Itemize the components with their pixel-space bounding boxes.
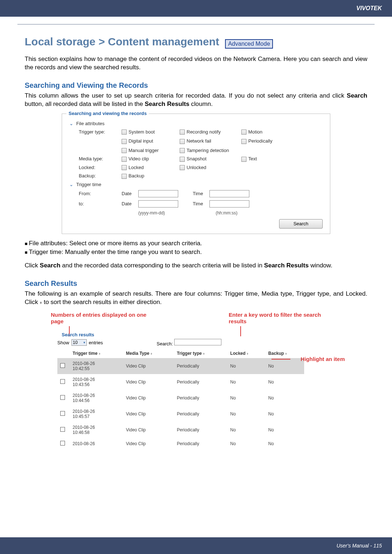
from-time-input[interactable] bbox=[209, 190, 249, 197]
checkbox-icon bbox=[241, 139, 246, 144]
callout-filter: Enter a key word to filter the search re… bbox=[229, 312, 330, 325]
cell-locked: No bbox=[227, 374, 265, 390]
search-button[interactable]: Search bbox=[279, 219, 323, 229]
file-attributes-toggle[interactable]: ⌄File attributes bbox=[69, 121, 323, 126]
trigger-type-row: Trigger type: System boot Digital input … bbox=[79, 129, 323, 153]
cell-media-type: Video Clip bbox=[123, 406, 174, 422]
checkbox-locked[interactable]: Locked bbox=[122, 165, 180, 171]
checkbox-videoclip[interactable]: Video clip bbox=[122, 156, 180, 162]
intro-text: This section explains how to manage the … bbox=[25, 55, 367, 72]
search-results-heading: Search Results bbox=[25, 279, 367, 288]
checkbox-tampering[interactable]: Tampering detection bbox=[180, 148, 241, 153]
to-time-input[interactable] bbox=[209, 200, 249, 208]
search-panel-body: ⌄File attributes Trigger type: System bo… bbox=[62, 121, 330, 234]
checkbox-text[interactable]: Text bbox=[241, 156, 289, 162]
search-results-text: The following is an example of search re… bbox=[25, 290, 367, 307]
cell-locked: No bbox=[227, 406, 265, 422]
cell-media-type: Video Clip bbox=[123, 422, 174, 438]
sort-icon: ♦ bbox=[285, 352, 287, 356]
cell-trigger-time: 2010-08-2610:44:56 bbox=[70, 390, 123, 406]
opt-label: Manual trigger bbox=[128, 148, 159, 153]
text-frag: cloumn. bbox=[189, 100, 213, 107]
checkbox-manual-trigger[interactable]: Manual trigger bbox=[122, 148, 180, 153]
checkbox-icon bbox=[122, 148, 127, 153]
page-number: User's Manual - 115 bbox=[336, 543, 382, 549]
table-header-row: Trigger time♦ Media Type♦ Trigger type♦ … bbox=[57, 349, 304, 358]
row-checkbox[interactable] bbox=[60, 395, 65, 400]
cell-trigger-type: Periodically bbox=[174, 422, 227, 438]
checkbox-icon bbox=[180, 165, 185, 170]
results-controls: Show 10 ▾ entries Search: bbox=[57, 339, 341, 346]
callout-row: Numbers of entries displayed on one page… bbox=[51, 312, 341, 325]
from-date-input[interactable] bbox=[138, 190, 178, 197]
cell-trigger-type: Periodically bbox=[174, 406, 227, 422]
search-panel-title: Searching and viewing the records bbox=[66, 111, 149, 116]
opt-label: Video clip bbox=[128, 156, 149, 161]
search-filter-input[interactable] bbox=[174, 339, 221, 345]
format-hint-row: (yyyy-mm-dd) (hh:mm:ss) bbox=[138, 210, 323, 216]
col-locked[interactable]: Locked♦ bbox=[227, 349, 265, 358]
table-row[interactable]: 2010-08-2610:43:56Video ClipPeriodically… bbox=[57, 374, 304, 390]
page-title: Local storage > Content management bbox=[25, 36, 219, 48]
cell-backup: No bbox=[265, 406, 304, 422]
opt-label: Digital input bbox=[128, 138, 153, 144]
checkbox-system-boot[interactable]: System boot bbox=[122, 129, 180, 135]
date-label: Date bbox=[122, 191, 138, 196]
checkbox-icon bbox=[122, 130, 127, 135]
opt-label: Periodically bbox=[248, 138, 272, 144]
callout-entries: Numbers of entries displayed on one page bbox=[51, 312, 152, 325]
checkbox-snapshot[interactable]: Snapshot bbox=[180, 156, 241, 162]
checkbox-recording-notify[interactable]: Recording notify bbox=[180, 129, 241, 135]
table-row[interactable]: 2010-08-2610:45:57Video ClipPeriodically… bbox=[57, 406, 304, 422]
searching-text: This column allows the user to set up se… bbox=[25, 92, 367, 108]
opt-label: Text bbox=[248, 156, 257, 161]
row-checkbox[interactable] bbox=[60, 411, 65, 416]
trigger-time-toggle[interactable]: ⌄Trigger time bbox=[69, 182, 323, 187]
cell-backup: No bbox=[265, 438, 304, 450]
trigger-opts-col3: Motion Periodically bbox=[241, 129, 289, 153]
cell-locked: No bbox=[227, 438, 265, 450]
checkbox-periodically[interactable]: Periodically bbox=[241, 138, 289, 144]
cell-locked: No bbox=[227, 422, 265, 438]
table-row[interactable]: 2010-08-2610:44:56Video ClipPeriodically… bbox=[57, 390, 304, 406]
chevrons-down-icon: ⌄ bbox=[69, 182, 73, 187]
col-media-type[interactable]: Media Type♦ bbox=[123, 349, 174, 358]
checkbox-network-fail[interactable]: Network fail bbox=[180, 138, 241, 144]
checkbox-unlocked[interactable]: Unlocked bbox=[180, 165, 241, 171]
trigger-time-label: Trigger time bbox=[76, 182, 101, 187]
trigger-type-label: Trigger type: bbox=[79, 129, 122, 153]
col-backup[interactable]: Backup♦ bbox=[265, 349, 304, 358]
trigger-opts-col2: Recording notify Network fail Tampering … bbox=[180, 129, 241, 153]
text-frag: Click bbox=[25, 262, 40, 269]
table-row[interactable]: 2010-08-2610:46:58Video ClipPeriodically… bbox=[57, 422, 304, 438]
text-frag-bold: Search bbox=[40, 262, 61, 269]
brand-label: VIVOTEK bbox=[356, 5, 382, 12]
searching-heading: Searching and Viewing the Records bbox=[25, 81, 367, 90]
table-row[interactable]: 2010-08-26Video ClipPeriodicallyNoNo bbox=[57, 438, 304, 450]
cell-backup: No bbox=[265, 358, 304, 374]
to-date-input[interactable] bbox=[138, 200, 178, 208]
row-checkbox[interactable] bbox=[60, 441, 65, 446]
cell-trigger-type: Periodically bbox=[174, 374, 227, 390]
col-trigger-time[interactable]: Trigger time♦ bbox=[70, 349, 123, 358]
row-checkbox[interactable] bbox=[60, 363, 65, 368]
col-trigger-type[interactable]: Trigger type♦ bbox=[174, 349, 227, 358]
text-frag: button, all recorded data will be listed… bbox=[25, 100, 145, 107]
to-row: to: Date Time bbox=[79, 200, 323, 208]
cell-media-type: Video Clip bbox=[123, 438, 174, 450]
cell-media-type: Video Clip bbox=[123, 358, 174, 374]
checkbox-digital-input[interactable]: Digital input bbox=[122, 138, 180, 144]
trigger-opts-col1: System boot Digital input Manual trigger bbox=[122, 129, 180, 153]
sort-icon: ♦ bbox=[203, 352, 205, 356]
opt-label: Motion bbox=[248, 129, 262, 135]
checkbox-backup[interactable]: Backup bbox=[122, 173, 144, 179]
opt-label: Locked bbox=[128, 165, 144, 170]
entries-select[interactable]: 10 ▾ bbox=[72, 339, 87, 346]
row-checkbox[interactable] bbox=[60, 379, 65, 384]
date-label: Date bbox=[122, 201, 138, 206]
table-row[interactable]: 2010-08-2610:42:55Video ClipPeriodically… bbox=[57, 358, 304, 374]
results-figure: Numbers of entries displayed on one page… bbox=[51, 312, 341, 450]
checkbox-icon bbox=[122, 165, 127, 170]
row-checkbox[interactable] bbox=[60, 427, 65, 432]
checkbox-motion[interactable]: Motion bbox=[241, 129, 289, 135]
